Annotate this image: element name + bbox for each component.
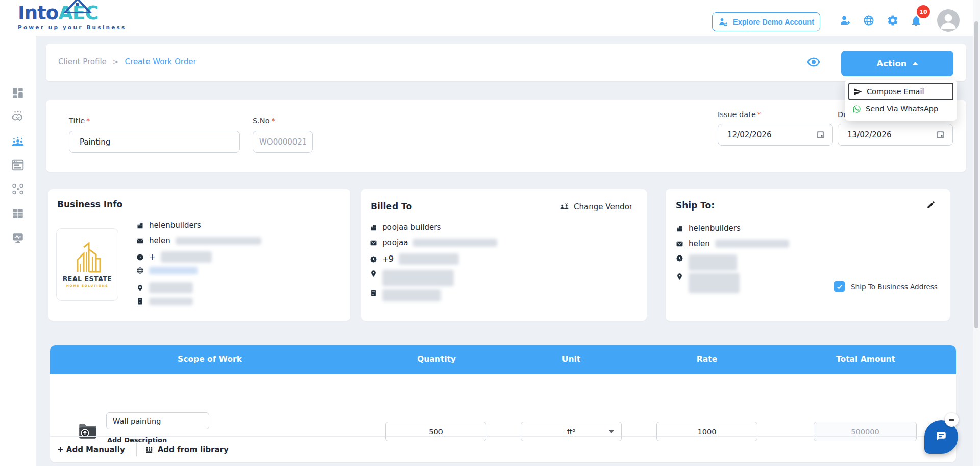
issue-date-value: 12/02/2026 — [727, 130, 771, 139]
edit-pencil-icon[interactable] — [926, 200, 936, 209]
required-asterisk: * — [272, 116, 275, 125]
email-row: helen — [676, 239, 789, 248]
redacted-email — [176, 237, 261, 245]
location-pin-icon — [136, 284, 144, 292]
ship-email-prefix: helen — [689, 239, 710, 248]
business-info-card: Business Info REAL ESTATE HOME SOLUTIONS… — [48, 189, 350, 321]
change-vendor-label: Change Vendor — [574, 202, 632, 212]
whatsapp-icon — [852, 105, 861, 113]
add-from-library-label: Add from library — [158, 445, 229, 454]
company-row: helenbuilders — [136, 221, 201, 230]
billed-to-card: Billed To Change Vendor poojaa builders — [361, 189, 647, 321]
menu-item-compose-email[interactable]: Compose Email — [848, 83, 953, 100]
email-row: helen — [136, 236, 261, 245]
monitor-activity-icon[interactable] — [11, 231, 24, 244]
page-header-card: Client Profile > Create Work Order Actio… — [46, 44, 966, 81]
required-asterisk: * — [86, 116, 90, 125]
sno-input[interactable] — [253, 131, 313, 153]
title-label-text: Title — [69, 116, 85, 125]
building-icon — [136, 222, 144, 229]
required-asterisk: * — [757, 110, 761, 119]
add-manually-button[interactable]: + Add Manually — [57, 445, 125, 454]
issue-date-input[interactable]: 12/02/2026 — [718, 124, 833, 146]
business-phone-prefix: + — [149, 252, 156, 262]
avatar[interactable] — [937, 9, 960, 32]
topbar: IntoAEC Power up your Business Explore D… — [0, 0, 980, 36]
ship-to-business-address-checkbox[interactable]: Ship To Business Address — [834, 281, 938, 292]
globe-icon[interactable] — [863, 14, 875, 27]
chevron-up-icon — [912, 62, 918, 65]
envelope-icon — [676, 240, 683, 248]
scope-of-work-table-card: Scope of Work Quantity Unit Rate Total A… — [50, 345, 956, 462]
redacted-phone — [161, 251, 212, 263]
building-icon — [370, 224, 377, 231]
clock-icon — [370, 255, 377, 263]
dashboard-icon[interactable] — [11, 86, 24, 100]
ship-company-name: helenbuilders — [689, 224, 741, 233]
redacted-phone — [689, 254, 737, 271]
logo-roof-icon — [63, 0, 92, 13]
building-icon — [676, 225, 683, 232]
menu-item-send-whatsapp[interactable]: Send Via WhatsApp — [848, 100, 953, 118]
app-logo[interactable]: IntoAEC Power up your Business — [18, 3, 126, 30]
due-date-input[interactable]: 13/02/2026 — [838, 124, 953, 146]
redacted-tax-id — [382, 289, 441, 301]
chat-minimize-button[interactable] — [945, 413, 959, 427]
add-from-library-button[interactable]: Add from library — [145, 445, 229, 454]
unit-value: ft³ — [567, 428, 575, 436]
logo-text-into: Into — [18, 2, 58, 24]
business-info-title: Business Info — [57, 199, 122, 209]
add-user-icon[interactable] — [839, 14, 851, 27]
company-row: poojaa builders — [370, 223, 441, 232]
globe-small-icon — [136, 267, 144, 274]
tax-document-icon — [370, 289, 377, 297]
address-row — [370, 270, 454, 286]
calendar-icon — [816, 130, 825, 139]
scope-input[interactable] — [106, 412, 209, 429]
gear-icon[interactable] — [887, 14, 899, 27]
breadcrumb-client-profile[interactable]: Client Profile — [58, 57, 107, 66]
notification-count-badge: 10 — [917, 5, 930, 18]
send-icon — [853, 87, 862, 96]
action-button-label: Action — [876, 59, 906, 68]
vendor-email-prefix: poojaa — [382, 238, 408, 247]
clock-icon — [136, 253, 144, 261]
change-vendor-button[interactable]: Change Vendor — [560, 202, 632, 212]
person-swap-icon — [718, 17, 728, 27]
team-icon[interactable] — [11, 135, 24, 149]
screen: IntoAEC Power up your Business Explore D… — [0, 0, 980, 466]
business-email-prefix: helen — [149, 236, 170, 245]
title-input[interactable] — [69, 131, 240, 153]
col-header-scope: Scope of Work — [178, 355, 242, 364]
col-header-rate: Rate — [697, 355, 717, 364]
location-pin-icon — [370, 270, 377, 277]
clock-icon — [676, 254, 683, 262]
vendor-company-name: poojaa builders — [382, 223, 441, 232]
logo-tagline: Power up your Business — [18, 24, 126, 30]
form-window-icon[interactable] — [11, 158, 24, 172]
realestate-logo-line1: REAL ESTATE — [63, 275, 112, 283]
col-header-unit: Unit — [562, 355, 580, 364]
handshake-icon[interactable] — [11, 110, 24, 123]
avatar-person-icon — [937, 9, 960, 32]
col-header-quantity: Quantity — [417, 355, 456, 364]
action-button[interactable]: Action — [841, 51, 953, 76]
issue-date-label-text: Issue date — [718, 110, 756, 119]
preview-eye-button[interactable] — [806, 52, 821, 73]
ship-to-card: Ship To: helenbuilders helen — [666, 189, 950, 321]
billed-to-title: Billed To — [371, 201, 412, 212]
phone-row — [676, 254, 737, 271]
ship-to-business-address-label: Ship To Business Address — [851, 283, 938, 291]
work-order-form-card: Title* S.No* Issue date* 12/02/2026 Due … — [46, 100, 966, 172]
redacted-email — [413, 239, 497, 247]
change-vendor-icon — [560, 202, 569, 212]
tax-row — [370, 289, 441, 301]
logo-wordmark: IntoAEC — [18, 3, 126, 24]
spreadsheet-icon[interactable] — [11, 207, 24, 220]
page-scrollbar-track[interactable] — [973, 0, 980, 466]
org-network-icon[interactable] — [11, 182, 24, 196]
page-scrollbar-thumb[interactable] — [974, 21, 978, 328]
redacted-website — [149, 267, 198, 274]
explore-demo-account-button[interactable]: Explore Demo Account — [712, 12, 820, 31]
tax-document-icon — [136, 297, 144, 305]
